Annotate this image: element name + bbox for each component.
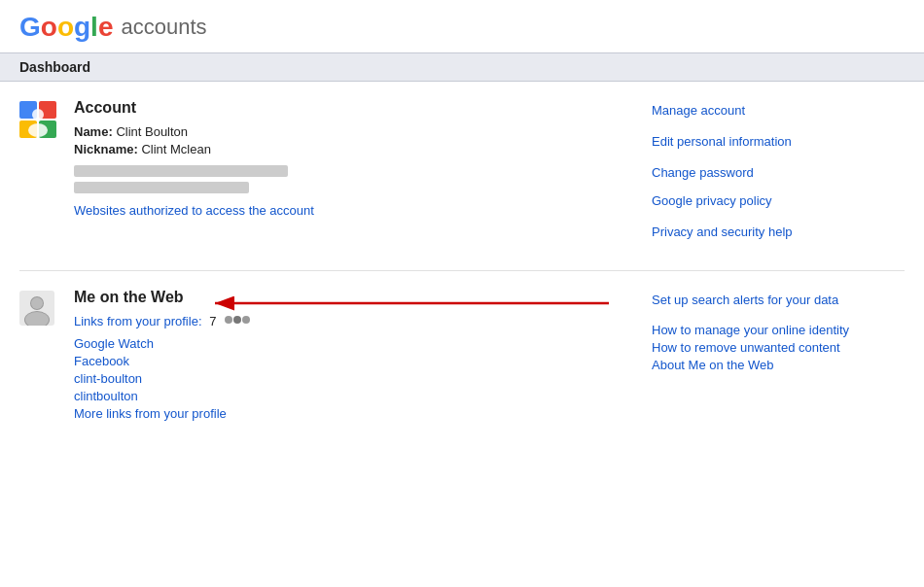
account-title: Account [74,99,636,117]
header: Google accounts [0,0,924,52]
about-me-web-link[interactable]: About Me on the Web [652,358,905,372]
svg-point-4 [32,109,44,121]
google-logo: Google [19,12,113,43]
facebook-link[interactable]: Facebook [74,354,636,368]
main-content: Account Name: Clint Boulton Nickname: Cl… [0,82,924,441]
remove-content-link[interactable]: How to remove unwanted content [652,340,905,355]
web-icon-container [19,289,58,424]
more-links-link[interactable]: More links from your profile [74,406,636,421]
account-icon-container [19,99,58,253]
blurred-email-1 [74,162,636,177]
account-name-row: Name: Clint Boulton [74,124,636,139]
svg-point-13 [225,316,232,324]
web-title: Me on the Web [74,289,636,306]
manage-identity-link[interactable]: How to manage your online identity [652,323,905,337]
clintboulton-link[interactable]: clintboulton [74,389,636,403]
header-subtitle: accounts [121,15,206,40]
clint-boulton-link[interactable]: clint-boulton [74,371,636,386]
profile-links-line: Links from your profile: 7 [74,314,636,330]
svg-point-15 [242,316,250,324]
search-alerts-group: Set up search alerts for your data [652,293,905,307]
svg-point-14 [233,316,241,324]
privacy-security-link[interactable]: Privacy and security help [652,224,905,239]
account-right-links: Manage account Edit personal information… [652,99,905,253]
account-section: Account Name: Clint Boulton Nickname: Cl… [19,82,905,271]
web-right-links: Set up search alerts for your data How t… [652,289,905,424]
name-label: Name: [74,124,113,139]
manage-account-link[interactable]: Manage account [652,103,905,118]
websites-link[interactable]: Websites authorized to access the accoun… [74,203,636,218]
account-icon [19,101,56,138]
account-links-group1: Manage account Edit personal information… [652,103,905,180]
dashboard-bar: Dashboard [0,52,924,82]
account-content: Account Name: Clint Boulton Nickname: Cl… [74,99,636,253]
privacy-policy-link[interactable]: Google privacy policy [652,193,905,208]
nickname-label: Nickname: [74,142,138,156]
google-watch-link[interactable]: Google Watch [74,336,636,351]
web-section: Me on the Web Links from your profile: 7… [19,271,905,441]
dashboard-title: Dashboard [19,59,90,75]
nickname-value: Clint Mclean [141,142,211,156]
identity-links-group: How to manage your online identity How t… [652,323,905,372]
profile-links-link[interactable]: Links from your profile: [74,314,202,328]
svg-point-9 [31,297,43,309]
web-content: Me on the Web Links from your profile: 7… [74,289,636,424]
profile-links-count: 7 [209,314,216,328]
people-icon [224,316,251,330]
account-nickname-row: Nickname: Clint Mclean [74,142,636,156]
search-alerts-link[interactable]: Set up search alerts for your data [652,293,838,307]
change-password-link[interactable]: Change password [652,165,905,180]
edit-personal-link[interactable]: Edit personal information [652,134,905,149]
name-value: Clint Boulton [116,124,188,139]
person-web-icon [19,291,54,326]
blurred-email-2 [74,179,636,193]
svg-point-5 [28,123,48,137]
account-links-group2: Google privacy policy Privacy and securi… [652,193,905,239]
